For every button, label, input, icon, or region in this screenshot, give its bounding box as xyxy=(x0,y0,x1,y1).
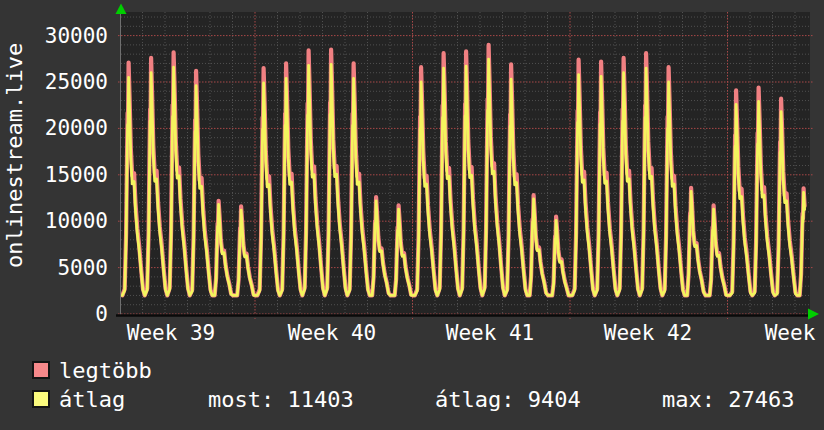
y-axis-tick-label: 20000 xyxy=(14,116,108,140)
legend-swatch-legtobb xyxy=(32,361,50,379)
stat-max: max: 27463 xyxy=(662,388,794,412)
y-axis-tick-label: 30000 xyxy=(14,24,108,48)
legend-label-atlag: átlag xyxy=(59,388,125,412)
y-axis-tick-label: 0 xyxy=(14,302,108,326)
x-axis-week-label: Week 40 xyxy=(262,321,402,345)
y-axis-tick-label: 5000 xyxy=(14,256,108,280)
x-axis-week-label: Week 42 xyxy=(578,321,718,345)
x-axis-week-label: Week 41 xyxy=(420,321,560,345)
y-axis-tick-label: 10000 xyxy=(14,209,108,233)
stat-atlag: átlag: 9404 xyxy=(435,388,581,412)
legend-label-legtobb: legtöbb xyxy=(59,359,152,383)
graph-window: onlinestream.live 3000025000200001500010… xyxy=(0,0,824,430)
y-axis-tick-label: 25000 xyxy=(14,70,108,94)
x-axis-arrow-icon xyxy=(808,309,819,320)
y-axis-arrow-icon xyxy=(116,4,127,15)
x-axis-week-label: Week 39 xyxy=(101,321,241,345)
x-axis-week-label: Week xyxy=(720,321,824,345)
stat-most: most: 11403 xyxy=(208,388,354,412)
y-axis-tick-label: 15000 xyxy=(14,163,108,187)
legend-swatch-atlag xyxy=(32,390,50,408)
